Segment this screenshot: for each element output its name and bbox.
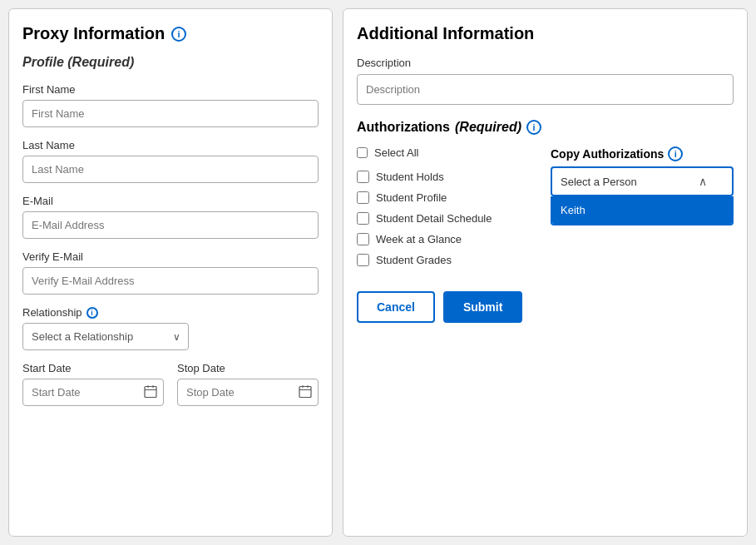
email-label: E-Mail: [22, 195, 319, 207]
checkbox-student-grades: Student Grades: [357, 254, 541, 266]
checkbox-student-profile: Student Profile: [357, 191, 541, 204]
select-all-row: Select All: [357, 146, 541, 159]
last-name-input[interactable]: [22, 156, 319, 183]
description-input[interactable]: [357, 74, 734, 105]
select-all-label: Select All: [374, 146, 418, 159]
select-person-button[interactable]: Select a Person ∧: [551, 166, 734, 196]
copy-auth-label: Copy Authorizations i: [551, 146, 734, 161]
email-input[interactable]: [22, 211, 319, 239]
first-name-input[interactable]: [22, 100, 319, 127]
student-grades-checkbox[interactable]: [357, 254, 369, 266]
submit-button[interactable]: Submit: [443, 291, 522, 323]
select-person-dropdown: Select a Person ∧ Keith: [551, 166, 734, 225]
start-date-label: Start Date: [22, 362, 164, 374]
profile-section-label: Profile (Required): [22, 55, 319, 70]
first-name-label: First Name: [22, 83, 319, 96]
copy-auth-info-icon[interactable]: i: [668, 146, 683, 161]
relationship-info-icon[interactable]: i: [86, 307, 98, 319]
copy-auth-section: Copy Authorizations i Select a Person ∧ …: [551, 146, 734, 225]
verify-email-group: Verify E-Mail: [22, 250, 319, 295]
additional-info-title: Additional Information: [357, 24, 734, 43]
student-detail-schedule-checkbox[interactable]: [357, 212, 369, 225]
student-holds-checkbox[interactable]: [357, 171, 369, 183]
proxy-info-title: Proxy Information i: [22, 24, 319, 43]
stop-date-label: Stop Date: [177, 362, 319, 374]
buttons-row: Cancel Submit: [357, 291, 734, 323]
auth-row: Select All Student Holds Student Profile…: [357, 146, 734, 275]
start-date-group: Start Date: [22, 362, 164, 406]
left-panel: Proxy Information i Profile (Required) F…: [8, 8, 333, 537]
checkbox-student-holds: Student Holds: [357, 171, 541, 183]
relationship-group: Relationship i Select a Relationship ∨: [22, 306, 319, 350]
verify-email-label: Verify E-Mail: [22, 250, 319, 263]
week-at-a-glance-checkbox[interactable]: [357, 233, 369, 245]
description-label: Description: [357, 57, 734, 69]
date-row: Start Date Stop Date: [22, 362, 319, 406]
stop-date-group: Stop Date: [177, 362, 319, 406]
student-profile-checkbox[interactable]: [357, 191, 369, 204]
cancel-button[interactable]: Cancel: [357, 291, 435, 323]
checkbox-student-detail-schedule: Student Detail Schedule: [357, 212, 541, 225]
chevron-up-icon: ∧: [699, 175, 707, 188]
proxy-info-icon[interactable]: i: [171, 27, 186, 42]
right-panel: Additional Information Description Autho…: [343, 8, 748, 537]
relationship-select[interactable]: Select a Relationship: [22, 323, 189, 350]
start-date-wrapper: [22, 379, 164, 406]
select-person-dropdown-list: Keith: [551, 196, 734, 225]
dropdown-item-keith[interactable]: Keith: [552, 196, 732, 224]
auth-checkboxes: Select All Student Holds Student Profile…: [357, 146, 541, 275]
last-name-group: Last Name: [22, 139, 319, 183]
relationship-select-wrapper: Select a Relationship ∨: [22, 323, 189, 350]
last-name-label: Last Name: [22, 139, 319, 151]
authorizations-info-icon[interactable]: i: [526, 120, 541, 135]
start-date-input[interactable]: [22, 379, 164, 406]
stop-date-wrapper: [177, 379, 319, 406]
verify-email-input[interactable]: [22, 267, 319, 295]
stop-date-input[interactable]: [177, 379, 319, 406]
select-all-checkbox[interactable]: [357, 147, 368, 158]
relationship-label: Relationship i: [22, 306, 319, 319]
email-group: E-Mail: [22, 195, 319, 239]
checkbox-week-at-a-glance: Week at a Glance: [357, 233, 541, 245]
first-name-group: First Name: [22, 83, 319, 127]
authorizations-title: Authorizations (Required) i: [357, 120, 734, 135]
